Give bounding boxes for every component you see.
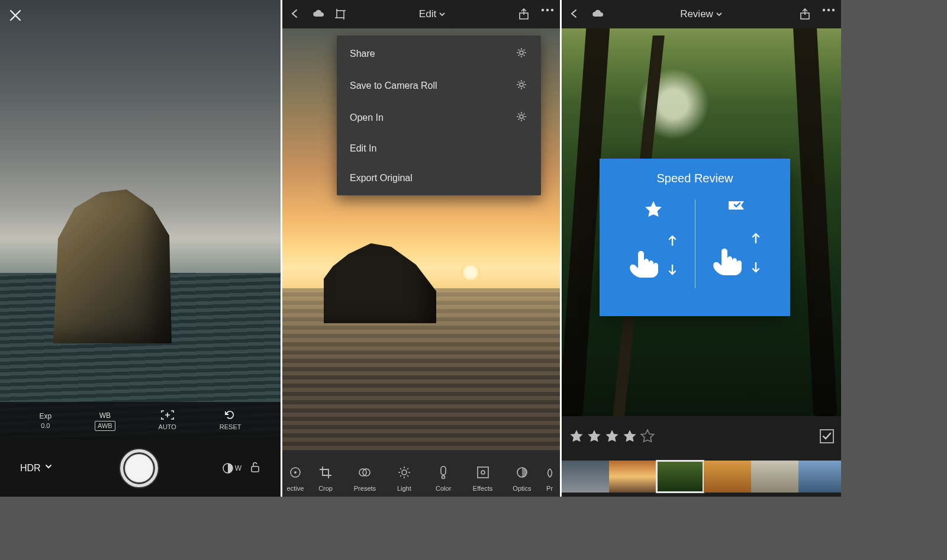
tool-presets[interactable]: Presets: [345, 462, 384, 492]
camera-bottom-bar: HDR W: [0, 440, 281, 497]
exposure-value: 0.0: [39, 421, 51, 430]
swipe-hand-icon: [627, 247, 663, 280]
share-icon[interactable]: [518, 8, 530, 20]
flag-gesture-column: [695, 199, 778, 278]
camera-panel: Exp 0.0 WB AWB AUTO RESET HDR: [0, 0, 281, 497]
thumbnail[interactable]: [704, 461, 751, 493]
more-icon[interactable]: [822, 8, 834, 20]
focus-button[interactable]: AUTO: [159, 410, 176, 431]
gear-icon[interactable]: [516, 79, 528, 92]
raw-toggle[interactable]: W: [222, 462, 241, 474]
svg-point-9: [520, 115, 523, 118]
tool-light[interactable]: Light: [385, 462, 424, 492]
gear-icon[interactable]: [516, 47, 528, 60]
back-button[interactable]: [569, 8, 581, 20]
pick-flag-checkbox[interactable]: [820, 429, 834, 443]
review-topbar: Review: [562, 0, 841, 28]
tool-more[interactable]: Pr: [542, 462, 558, 492]
presets-icon: [345, 462, 384, 482]
thumbnail[interactable]: [751, 461, 798, 493]
reset-label: RESET: [220, 423, 241, 432]
svg-point-18: [481, 471, 485, 474]
light-icon: [385, 462, 424, 482]
exposure-button[interactable]: Exp 0.0: [39, 411, 51, 430]
thumbnail[interactable]: [798, 461, 841, 493]
tool-crop[interactable]: Crop: [306, 462, 345, 492]
speed-review-popup: Speed Review: [600, 159, 790, 316]
review-mode-dropdown[interactable]: Review: [680, 8, 723, 20]
shutter-button[interactable]: [120, 449, 158, 487]
menu-item-editin[interactable]: Edit In: [337, 134, 541, 163]
share-menu: Share Save to Camera Roll Open In Edit I…: [337, 36, 541, 195]
rate-gesture-column: [612, 199, 695, 280]
edit-topbar: Edit: [282, 0, 560, 28]
close-button[interactable]: [8, 8, 22, 25]
svg-rect-15: [441, 466, 446, 475]
svg-point-6: [551, 9, 553, 11]
crop-icon: [306, 462, 345, 482]
svg-point-4: [542, 9, 544, 11]
exposure-label: Exp: [39, 411, 51, 421]
effects-icon: [463, 462, 502, 482]
svg-point-23: [832, 9, 835, 11]
focus-icon: [159, 410, 176, 422]
share-icon[interactable]: [800, 8, 811, 20]
swipe-hand-icon: [710, 244, 747, 278]
menu-item-export[interactable]: Export Original: [337, 163, 541, 193]
svg-rect-2: [337, 11, 344, 18]
svg-point-5: [546, 9, 549, 11]
hdr-mode-button[interactable]: HDR: [20, 462, 56, 474]
flag-icon: [727, 199, 747, 220]
svg-point-22: [827, 9, 830, 11]
menu-item-openin[interactable]: Open In: [337, 102, 541, 134]
wb-label: WB: [95, 411, 115, 420]
more-icon[interactable]: [541, 8, 553, 20]
star-icon: [643, 199, 663, 222]
gear-icon[interactable]: [516, 111, 528, 124]
edit-toolbar: ective Crop Presets Light Color Effects …: [282, 450, 560, 497]
review-panel: Review Speed Review: [560, 0, 841, 497]
hdr-label: HDR: [20, 463, 41, 474]
half-circle-icon: [542, 462, 558, 482]
popup-title: Speed Review: [600, 172, 790, 185]
optics-icon: [503, 462, 542, 482]
tool-effects[interactable]: Effects: [463, 462, 502, 492]
reset-icon: [220, 410, 241, 422]
svg-point-21: [823, 9, 825, 11]
cloud-icon[interactable]: [312, 8, 324, 20]
svg-rect-17: [478, 467, 488, 478]
tool-optics[interactable]: Optics: [503, 462, 542, 492]
svg-point-11: [294, 471, 297, 474]
white-balance-button[interactable]: WB AWB: [95, 411, 115, 430]
svg-point-16: [442, 476, 445, 479]
svg-point-14: [402, 470, 407, 475]
tool-selective[interactable]: ective: [285, 462, 306, 492]
thumbnail[interactable]: [562, 461, 609, 493]
selective-icon: [285, 462, 306, 482]
chevron-down-icon: [44, 462, 56, 474]
rating-bar: [562, 416, 841, 456]
menu-item-save[interactable]: Save to Camera Roll: [337, 70, 541, 102]
svg-point-8: [520, 83, 523, 86]
menu-item-share[interactable]: Share: [337, 38, 541, 70]
thumbnail[interactable]: [609, 461, 656, 493]
lock-icon[interactable]: [250, 461, 260, 475]
svg-rect-1: [252, 466, 259, 472]
edit-panel: Edit Share Save to Camera Roll Open In E…: [281, 0, 560, 497]
back-button[interactable]: [289, 8, 301, 20]
filmstrip: [562, 456, 841, 497]
svg-point-7: [520, 51, 523, 54]
star-rating[interactable]: [569, 429, 655, 444]
crop-rotate-icon[interactable]: [334, 8, 346, 20]
edit-mode-dropdown[interactable]: Edit: [419, 8, 446, 20]
wb-value: AWB: [95, 421, 115, 431]
reset-button[interactable]: RESET: [220, 410, 241, 431]
camera-options-row: Exp 0.0 WB AWB AUTO RESET: [0, 402, 281, 440]
focus-value: AUTO: [159, 423, 176, 432]
thumbnail-selected[interactable]: [656, 461, 704, 493]
color-icon: [424, 462, 463, 482]
cloud-icon[interactable]: [591, 8, 603, 20]
tool-color[interactable]: Color: [424, 462, 463, 492]
